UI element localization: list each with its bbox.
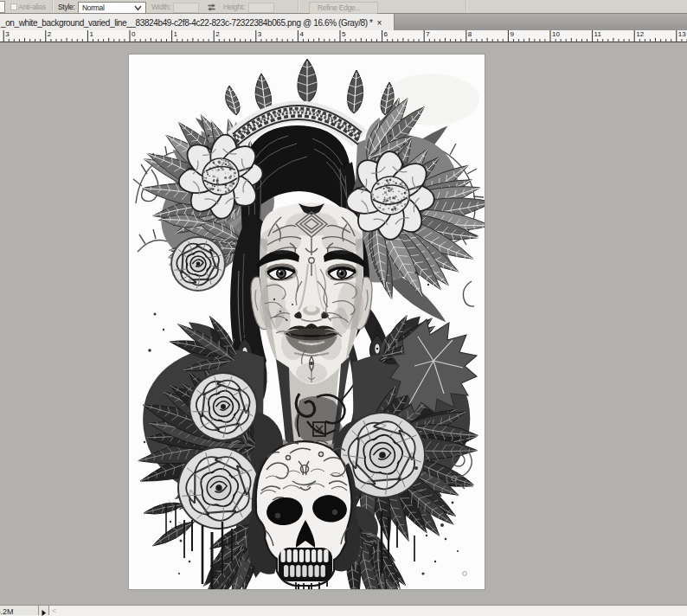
svg-text:13: 13 [678, 30, 686, 38]
svg-text:3: 3 [5, 30, 10, 38]
svg-text:1: 1 [174, 30, 178, 38]
svg-text:6: 6 [384, 30, 388, 38]
svg-text:3: 3 [258, 30, 262, 38]
svg-text:2: 2 [215, 30, 220, 38]
svg-text:9: 9 [510, 30, 514, 38]
svg-text:12: 12 [636, 30, 644, 38]
svg-text:10: 10 [552, 30, 560, 38]
svg-text:2: 2 [48, 30, 52, 38]
svg-text:4: 4 [299, 30, 304, 38]
svg-text:0: 0 [132, 30, 136, 38]
svg-text:5: 5 [342, 30, 346, 38]
svg-text:8: 8 [468, 30, 472, 38]
svg-text:11: 11 [594, 30, 602, 38]
svg-text:1: 1 [89, 30, 93, 38]
svg-text:7: 7 [426, 30, 430, 38]
